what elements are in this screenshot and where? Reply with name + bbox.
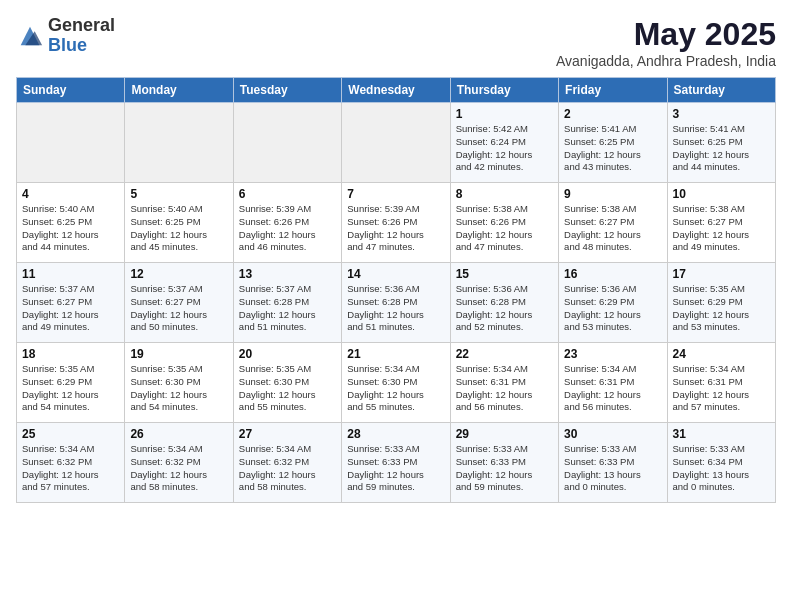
day-info: Sunrise: 5:34 AM Sunset: 6:30 PM Dayligh… bbox=[347, 363, 444, 414]
calendar-cell: 15Sunrise: 5:36 AM Sunset: 6:28 PM Dayli… bbox=[450, 263, 558, 343]
calendar-cell: 6Sunrise: 5:39 AM Sunset: 6:26 PM Daylig… bbox=[233, 183, 341, 263]
logo-blue: Blue bbox=[48, 36, 115, 56]
calendar-cell: 27Sunrise: 5:34 AM Sunset: 6:32 PM Dayli… bbox=[233, 423, 341, 503]
logo-icon bbox=[16, 22, 44, 50]
calendar-cell bbox=[17, 103, 125, 183]
calendar-cell: 13Sunrise: 5:37 AM Sunset: 6:28 PM Dayli… bbox=[233, 263, 341, 343]
calendar-cell: 2Sunrise: 5:41 AM Sunset: 6:25 PM Daylig… bbox=[559, 103, 667, 183]
day-info: Sunrise: 5:37 AM Sunset: 6:27 PM Dayligh… bbox=[22, 283, 119, 334]
calendar-cell: 20Sunrise: 5:35 AM Sunset: 6:30 PM Dayli… bbox=[233, 343, 341, 423]
calendar-cell: 29Sunrise: 5:33 AM Sunset: 6:33 PM Dayli… bbox=[450, 423, 558, 503]
calendar-week-row: 4Sunrise: 5:40 AM Sunset: 6:25 PM Daylig… bbox=[17, 183, 776, 263]
day-number: 27 bbox=[239, 427, 336, 441]
calendar-cell: 25Sunrise: 5:34 AM Sunset: 6:32 PM Dayli… bbox=[17, 423, 125, 503]
weekday-header-tuesday: Tuesday bbox=[233, 78, 341, 103]
calendar-week-row: 18Sunrise: 5:35 AM Sunset: 6:29 PM Dayli… bbox=[17, 343, 776, 423]
day-number: 21 bbox=[347, 347, 444, 361]
calendar-week-row: 11Sunrise: 5:37 AM Sunset: 6:27 PM Dayli… bbox=[17, 263, 776, 343]
location: Avanigadda, Andhra Pradesh, India bbox=[556, 53, 776, 69]
calendar-cell: 16Sunrise: 5:36 AM Sunset: 6:29 PM Dayli… bbox=[559, 263, 667, 343]
day-info: Sunrise: 5:34 AM Sunset: 6:31 PM Dayligh… bbox=[456, 363, 553, 414]
day-info: Sunrise: 5:41 AM Sunset: 6:25 PM Dayligh… bbox=[673, 123, 770, 174]
day-info: Sunrise: 5:38 AM Sunset: 6:26 PM Dayligh… bbox=[456, 203, 553, 254]
calendar-cell: 18Sunrise: 5:35 AM Sunset: 6:29 PM Dayli… bbox=[17, 343, 125, 423]
calendar-table: SundayMondayTuesdayWednesdayThursdayFrid… bbox=[16, 77, 776, 503]
day-info: Sunrise: 5:36 AM Sunset: 6:29 PM Dayligh… bbox=[564, 283, 661, 334]
day-number: 14 bbox=[347, 267, 444, 281]
calendar-cell: 12Sunrise: 5:37 AM Sunset: 6:27 PM Dayli… bbox=[125, 263, 233, 343]
logo-text: General Blue bbox=[48, 16, 115, 56]
weekday-header-row: SundayMondayTuesdayWednesdayThursdayFrid… bbox=[17, 78, 776, 103]
logo: General Blue bbox=[16, 16, 115, 56]
day-number: 5 bbox=[130, 187, 227, 201]
day-info: Sunrise: 5:41 AM Sunset: 6:25 PM Dayligh… bbox=[564, 123, 661, 174]
day-number: 1 bbox=[456, 107, 553, 121]
day-info: Sunrise: 5:34 AM Sunset: 6:31 PM Dayligh… bbox=[564, 363, 661, 414]
day-info: Sunrise: 5:33 AM Sunset: 6:33 PM Dayligh… bbox=[347, 443, 444, 494]
calendar-cell: 5Sunrise: 5:40 AM Sunset: 6:25 PM Daylig… bbox=[125, 183, 233, 263]
day-number: 26 bbox=[130, 427, 227, 441]
calendar-cell: 4Sunrise: 5:40 AM Sunset: 6:25 PM Daylig… bbox=[17, 183, 125, 263]
calendar-week-row: 1Sunrise: 5:42 AM Sunset: 6:24 PM Daylig… bbox=[17, 103, 776, 183]
day-info: Sunrise: 5:33 AM Sunset: 6:33 PM Dayligh… bbox=[564, 443, 661, 494]
page-header: General Blue May 2025 Avanigadda, Andhra… bbox=[16, 16, 776, 69]
weekday-header-sunday: Sunday bbox=[17, 78, 125, 103]
day-info: Sunrise: 5:34 AM Sunset: 6:32 PM Dayligh… bbox=[239, 443, 336, 494]
day-number: 30 bbox=[564, 427, 661, 441]
day-info: Sunrise: 5:36 AM Sunset: 6:28 PM Dayligh… bbox=[456, 283, 553, 334]
day-number: 31 bbox=[673, 427, 770, 441]
day-number: 17 bbox=[673, 267, 770, 281]
day-info: Sunrise: 5:36 AM Sunset: 6:28 PM Dayligh… bbox=[347, 283, 444, 334]
day-number: 20 bbox=[239, 347, 336, 361]
calendar-cell: 11Sunrise: 5:37 AM Sunset: 6:27 PM Dayli… bbox=[17, 263, 125, 343]
day-number: 24 bbox=[673, 347, 770, 361]
day-number: 9 bbox=[564, 187, 661, 201]
day-number: 12 bbox=[130, 267, 227, 281]
day-number: 10 bbox=[673, 187, 770, 201]
day-info: Sunrise: 5:34 AM Sunset: 6:32 PM Dayligh… bbox=[22, 443, 119, 494]
day-number: 15 bbox=[456, 267, 553, 281]
calendar-cell: 9Sunrise: 5:38 AM Sunset: 6:27 PM Daylig… bbox=[559, 183, 667, 263]
day-info: Sunrise: 5:40 AM Sunset: 6:25 PM Dayligh… bbox=[130, 203, 227, 254]
calendar-cell: 19Sunrise: 5:35 AM Sunset: 6:30 PM Dayli… bbox=[125, 343, 233, 423]
day-info: Sunrise: 5:35 AM Sunset: 6:30 PM Dayligh… bbox=[239, 363, 336, 414]
title-block: May 2025 Avanigadda, Andhra Pradesh, Ind… bbox=[556, 16, 776, 69]
calendar-cell: 14Sunrise: 5:36 AM Sunset: 6:28 PM Dayli… bbox=[342, 263, 450, 343]
day-number: 4 bbox=[22, 187, 119, 201]
calendar-cell: 31Sunrise: 5:33 AM Sunset: 6:34 PM Dayli… bbox=[667, 423, 775, 503]
calendar-cell: 10Sunrise: 5:38 AM Sunset: 6:27 PM Dayli… bbox=[667, 183, 775, 263]
calendar-cell bbox=[125, 103, 233, 183]
day-number: 28 bbox=[347, 427, 444, 441]
weekday-header-saturday: Saturday bbox=[667, 78, 775, 103]
weekday-header-wednesday: Wednesday bbox=[342, 78, 450, 103]
day-number: 23 bbox=[564, 347, 661, 361]
day-info: Sunrise: 5:35 AM Sunset: 6:29 PM Dayligh… bbox=[22, 363, 119, 414]
calendar-cell: 17Sunrise: 5:35 AM Sunset: 6:29 PM Dayli… bbox=[667, 263, 775, 343]
calendar-cell: 7Sunrise: 5:39 AM Sunset: 6:26 PM Daylig… bbox=[342, 183, 450, 263]
day-info: Sunrise: 5:35 AM Sunset: 6:30 PM Dayligh… bbox=[130, 363, 227, 414]
day-info: Sunrise: 5:39 AM Sunset: 6:26 PM Dayligh… bbox=[239, 203, 336, 254]
calendar-cell: 26Sunrise: 5:34 AM Sunset: 6:32 PM Dayli… bbox=[125, 423, 233, 503]
day-info: Sunrise: 5:34 AM Sunset: 6:32 PM Dayligh… bbox=[130, 443, 227, 494]
day-number: 8 bbox=[456, 187, 553, 201]
day-info: Sunrise: 5:40 AM Sunset: 6:25 PM Dayligh… bbox=[22, 203, 119, 254]
calendar-cell: 1Sunrise: 5:42 AM Sunset: 6:24 PM Daylig… bbox=[450, 103, 558, 183]
day-info: Sunrise: 5:42 AM Sunset: 6:24 PM Dayligh… bbox=[456, 123, 553, 174]
day-info: Sunrise: 5:37 AM Sunset: 6:27 PM Dayligh… bbox=[130, 283, 227, 334]
day-number: 13 bbox=[239, 267, 336, 281]
day-info: Sunrise: 5:38 AM Sunset: 6:27 PM Dayligh… bbox=[673, 203, 770, 254]
calendar-cell: 28Sunrise: 5:33 AM Sunset: 6:33 PM Dayli… bbox=[342, 423, 450, 503]
day-number: 19 bbox=[130, 347, 227, 361]
day-info: Sunrise: 5:34 AM Sunset: 6:31 PM Dayligh… bbox=[673, 363, 770, 414]
day-info: Sunrise: 5:39 AM Sunset: 6:26 PM Dayligh… bbox=[347, 203, 444, 254]
day-number: 25 bbox=[22, 427, 119, 441]
day-number: 2 bbox=[564, 107, 661, 121]
calendar-cell: 24Sunrise: 5:34 AM Sunset: 6:31 PM Dayli… bbox=[667, 343, 775, 423]
day-number: 3 bbox=[673, 107, 770, 121]
weekday-header-monday: Monday bbox=[125, 78, 233, 103]
day-number: 18 bbox=[22, 347, 119, 361]
day-number: 11 bbox=[22, 267, 119, 281]
calendar-cell bbox=[233, 103, 341, 183]
day-info: Sunrise: 5:37 AM Sunset: 6:28 PM Dayligh… bbox=[239, 283, 336, 334]
calendar-cell bbox=[342, 103, 450, 183]
